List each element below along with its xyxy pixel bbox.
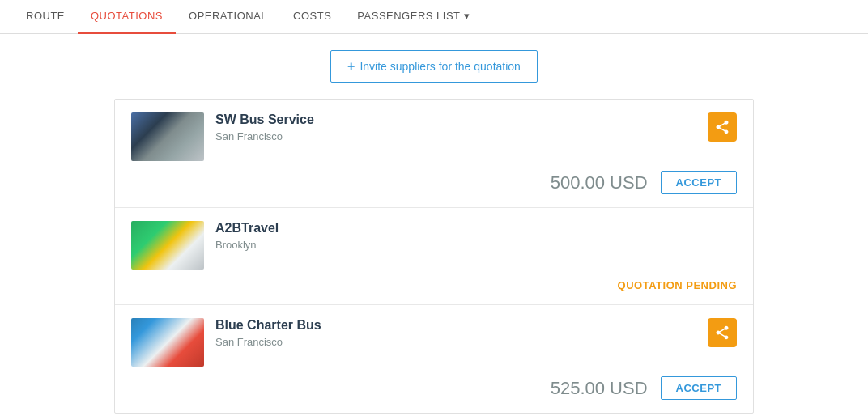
supplier-location: Brooklyn bbox=[215, 239, 279, 251]
accept-button-sw-bus-service[interactable]: ACCEPT bbox=[661, 171, 737, 194]
share-icon-button[interactable] bbox=[708, 318, 737, 347]
supplier-location: San Francisco bbox=[215, 130, 314, 142]
invite-button-wrapper: + Invite suppliers for the quotation bbox=[16, 50, 852, 83]
nav-tabs: ROUTE QUOTATIONS OPERATIONAL COSTS PASSE… bbox=[0, 0, 868, 34]
supplier-card-blue-charter-bus: Blue Charter Bus San Francisco 525.00 US… bbox=[115, 305, 753, 413]
chevron-down-icon: ▾ bbox=[464, 10, 470, 22]
supplier-info: A2BTravel Brooklyn bbox=[131, 221, 279, 270]
supplier-footer: 500.00 USD ACCEPT bbox=[131, 171, 737, 194]
supplier-image-a2b-travel bbox=[131, 221, 204, 270]
tab-passengers-list[interactable]: PASSENGERS LIST ▾ bbox=[344, 0, 483, 34]
tab-quotations[interactable]: QUOTATIONS bbox=[78, 0, 176, 34]
supplier-location: San Francisco bbox=[215, 336, 321, 348]
tab-costs[interactable]: COSTS bbox=[280, 0, 344, 34]
accept-button-blue-charter-bus[interactable]: ACCEPT bbox=[661, 376, 737, 400]
share-icon bbox=[714, 119, 730, 135]
share-icon bbox=[714, 325, 730, 341]
supplier-info: Blue Charter Bus San Francisco bbox=[131, 318, 321, 367]
share-icon-button[interactable] bbox=[708, 112, 737, 142]
supplier-footer: QUOTATION PENDING bbox=[131, 279, 737, 291]
supplier-header: Blue Charter Bus San Francisco bbox=[131, 318, 737, 367]
suppliers-list: SW Bus Service San Francisco 500.00 USD … bbox=[114, 99, 754, 414]
supplier-price: 525.00 USD bbox=[551, 378, 648, 399]
supplier-price: 500.00 USD bbox=[551, 172, 648, 193]
supplier-header: A2BTravel Brooklyn bbox=[131, 221, 737, 270]
supplier-name: Blue Charter Bus bbox=[215, 318, 321, 333]
supplier-header: SW Bus Service San Francisco bbox=[131, 112, 737, 161]
tab-operational[interactable]: OPERATIONAL bbox=[176, 0, 280, 34]
tab-passengers-list-label: PASSENGERS LIST bbox=[357, 10, 460, 22]
supplier-card-sw-bus-service: SW Bus Service San Francisco 500.00 USD … bbox=[115, 100, 753, 208]
invite-button-label: Invite suppliers for the quotation bbox=[360, 60, 520, 73]
supplier-name: SW Bus Service bbox=[215, 112, 314, 127]
main-content: + Invite suppliers for the quotation SW … bbox=[0, 34, 868, 416]
supplier-details: Blue Charter Bus San Francisco bbox=[215, 318, 321, 348]
supplier-details: A2BTravel Brooklyn bbox=[215, 221, 279, 251]
quotation-pending-status: QUOTATION PENDING bbox=[618, 279, 737, 291]
invite-suppliers-button[interactable]: + Invite suppliers for the quotation bbox=[330, 50, 538, 83]
supplier-details: SW Bus Service San Francisco bbox=[215, 112, 314, 142]
supplier-footer: 525.00 USD ACCEPT bbox=[131, 376, 737, 400]
plus-icon: + bbox=[347, 59, 355, 74]
tab-route[interactable]: ROUTE bbox=[13, 0, 78, 34]
supplier-info: SW Bus Service San Francisco bbox=[131, 112, 314, 161]
supplier-image-blue-charter-bus bbox=[131, 318, 204, 367]
supplier-name: A2BTravel bbox=[215, 221, 279, 236]
supplier-image-sw-bus-service bbox=[131, 112, 204, 161]
supplier-card-a2b-travel: A2BTravel Brooklyn QUOTATION PENDING bbox=[115, 208, 753, 305]
